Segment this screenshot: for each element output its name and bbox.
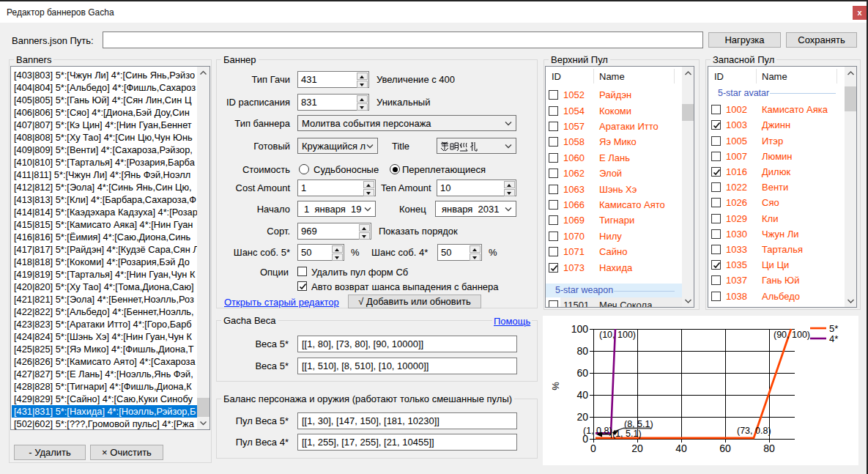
svg-text:4*: 4* <box>829 333 838 344</box>
svg-text:60: 60 <box>719 442 731 454</box>
svg-text:(90, 100): (90, 100) <box>774 330 810 340</box>
svg-text:100: 100 <box>571 323 589 335</box>
svg-text:20: 20 <box>576 411 588 423</box>
svg-text:(73, 0.8): (73, 0.8) <box>737 426 771 436</box>
svg-text:40: 40 <box>675 442 687 454</box>
svg-text:20: 20 <box>631 442 643 454</box>
svg-text:80: 80 <box>576 345 588 357</box>
svg-text:(10, 100): (10, 100) <box>599 330 636 340</box>
svg-text:60: 60 <box>576 367 588 379</box>
svg-text:%: % <box>550 382 561 390</box>
svg-text:80: 80 <box>763 442 775 454</box>
svg-text:40: 40 <box>576 389 588 401</box>
svg-text:0: 0 <box>590 442 596 454</box>
svg-text:5*: 5* <box>829 323 838 334</box>
